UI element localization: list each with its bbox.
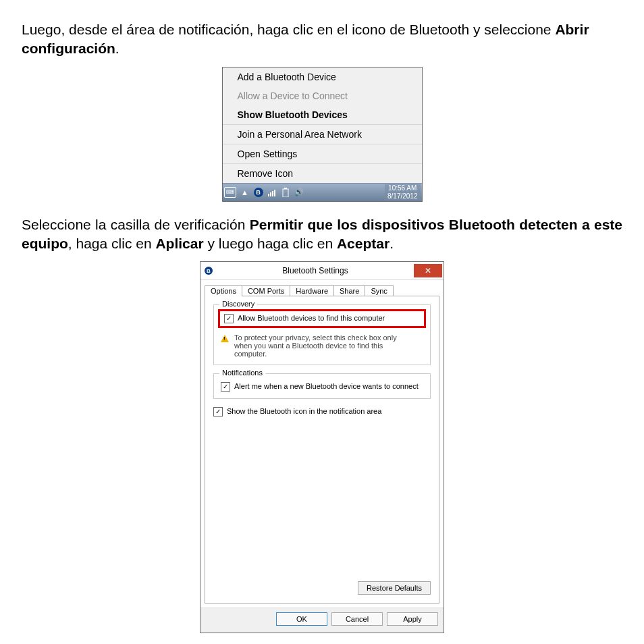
svg-rect-5 [284,188,287,189]
restore-defaults-button[interactable]: Restore Defaults [358,581,431,595]
bluetooth-icon: B [200,267,217,275]
svg-rect-2 [272,191,273,196]
svg-rect-3 [274,190,275,196]
paragraph-1: Luego, desde el área de notificación, ha… [22,20,622,59]
close-icon: ✕ [425,266,431,275]
up-arrow-icon[interactable]: ▲ [240,188,250,197]
discovery-group: Discovery ✓ Allow Bluetooth devices to f… [213,304,431,365]
allow-find-label: Allow Bluetooth devices to find this com… [238,314,385,322]
keyboard-icon: ⌨ [224,187,236,198]
svg-rect-1 [270,192,271,196]
alert-new-label: Alert me when a new Bluetooth device wan… [234,382,419,390]
tab-share[interactable]: Share [333,285,365,296]
allow-find-row[interactable]: ✓ Allow Bluetooth devices to find this c… [218,309,426,328]
cancel-button[interactable]: Cancel [331,612,383,626]
ok-button[interactable]: OK [276,612,327,626]
taskbar-date: 8/17/2012 [387,192,418,200]
apply-button[interactable]: Apply [387,612,438,626]
alert-new-row[interactable]: ✓ Alert me when a new Bluetooth device w… [221,382,423,392]
warning-icon [221,335,229,342]
tab-hardware[interactable]: Hardware [290,285,334,296]
allow-find-checkbox[interactable]: ✓ [224,314,234,323]
menu-item-show-devices[interactable]: Show Bluetooth Devices [223,105,422,124]
tab-com-ports[interactable]: COM Ports [242,285,290,296]
notifications-legend: Notifications [219,369,265,377]
volume-icon[interactable]: 🔊 [294,188,304,197]
tabs-row: Options COM Ports Hardware Share Sync [200,280,444,296]
dialog-title: Bluetooth Settings [217,266,414,275]
tab-options[interactable]: Options [205,285,242,296]
menu-item-add-device[interactable]: Add a Bluetooth Device [223,68,422,86]
discovery-legend: Discovery [219,300,257,308]
paragraph-2: Seleccione la casilla de verificación Pe… [22,215,622,254]
menu-item-remove-icon[interactable]: Remove Icon [223,164,422,183]
menu-item-allow-connect: Allow a Device to Connect [223,86,422,105]
menu-item-join-pan[interactable]: Join a Personal Area Network [223,125,422,144]
menu-item-open-settings[interactable]: Open Settings [223,144,422,163]
context-menu: Add a Bluetooth Device Allow a Device to… [222,67,423,202]
show-icon-checkbox[interactable]: ✓ [213,407,223,417]
show-icon-label: Show the Bluetooth icon in the notificat… [227,407,381,415]
network-icon[interactable] [267,188,277,197]
show-icon-row[interactable]: ✓ Show the Bluetooth icon in the notific… [213,407,431,417]
alert-new-checkbox[interactable]: ✓ [221,382,230,392]
close-button[interactable]: ✕ [414,264,442,277]
discovery-note: To protect your privacy, select this che… [234,333,403,358]
taskbar-time: 10:56 AM [387,184,418,192]
bluetooth-icon[interactable]: B [254,188,263,197]
notifications-group: Notifications ✓ Alert me when a new Blue… [213,373,431,399]
bluetooth-settings-dialog: B Bluetooth Settings ✕ Options COM Ports… [200,261,444,633]
battery-icon[interactable] [281,188,290,197]
tab-sync[interactable]: Sync [365,285,393,296]
svg-rect-4 [283,189,288,197]
taskbar: ⌨ ▲ B 🔊 10:56 AM 8/17/2012 [223,183,422,201]
svg-rect-0 [268,194,269,196]
